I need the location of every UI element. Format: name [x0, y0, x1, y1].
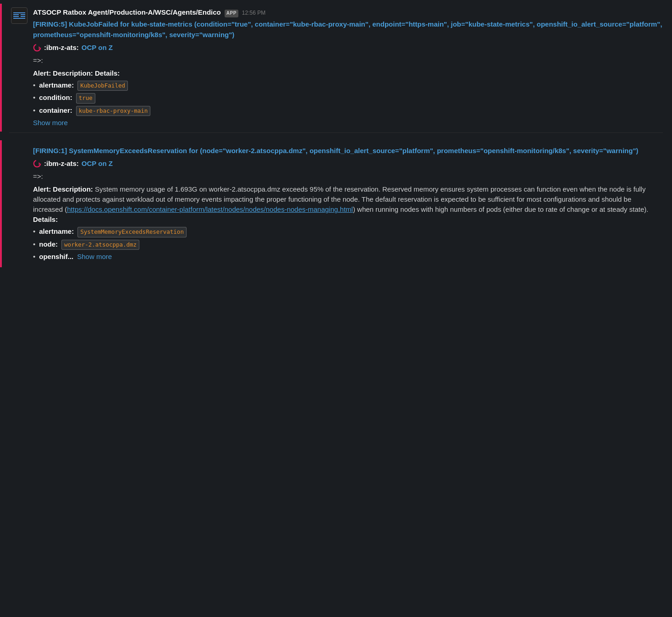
- timestamp: 12:56 PM: [242, 9, 265, 17]
- ocp-label-2[interactable]: OCP on Z: [82, 159, 113, 169]
- detail-key-container-1: container:: [39, 105, 72, 116]
- detail-key-alertname-2: alertname:: [39, 226, 74, 237]
- message-content-2: [FIRING:1] SystemMemoryExceedsReservatio…: [33, 144, 663, 264]
- alert-label-2: Alert:: [33, 185, 51, 193]
- avatar: [11, 7, 28, 24]
- detail-item-alertname-1: • alertname: KubeJobFailed: [33, 80, 663, 91]
- arrow-2: =>:: [33, 171, 663, 182]
- ibm-z-row-1: :ibm-z-ats: OCP on Z: [33, 43, 663, 53]
- detail-val-alertname-2: SystemMemoryExceedsReservation: [77, 227, 187, 237]
- description-suffix-2: ) when running nodes with high numbers o…: [353, 205, 649, 213]
- refresh-icon-2: [33, 160, 41, 168]
- svg-rect-6: [13, 18, 25, 19]
- ibm-z-row-2: :ibm-z-ats: OCP on Z: [33, 159, 663, 169]
- message-header-1: ATSOCP Ratbox Agent/Production-A/WSC/Age…: [33, 7, 663, 17]
- detail-key-openshif-2: openshif...: [39, 252, 73, 262]
- message-block-1: ATSOCP Ratbox Agent/Production-A/WSC/Age…: [0, 4, 672, 132]
- show-more-button-1[interactable]: Show more: [33, 119, 68, 127]
- description-label-1: Description:: [53, 69, 93, 77]
- detail-key-alertname-1: alertname:: [39, 80, 74, 90]
- detail-items-2: • alertname: SystemMemoryExceedsReservat…: [33, 226, 663, 262]
- description-label-2: Description:: [53, 185, 93, 193]
- description-link-2[interactable]: https://docs.openshift.com/container-pla…: [67, 205, 353, 213]
- detail-val-container-1: kube-rbac-proxy-main: [76, 106, 151, 116]
- detail-item-node-2: • node: worker-2.atsocppa.dmz: [33, 239, 663, 250]
- detail-key-node-2: node:: [39, 239, 58, 249]
- alert-body-2: [FIRING:1] SystemMemoryExceedsReservatio…: [33, 146, 663, 262]
- svg-rect-3: [21, 14, 25, 15]
- detail-items-1: • alertname: KubeJobFailed • condition: …: [33, 80, 663, 116]
- ibm-label-2: :ibm-z-ats:: [44, 159, 79, 169]
- arrow-1: =>:: [33, 55, 663, 66]
- alert-label-1: Alert:: [33, 69, 51, 77]
- detail-item-container-1: • container: kube-rbac-proxy-main: [33, 105, 663, 116]
- details-label-1: Details:: [95, 69, 120, 77]
- detail-item-alertname-2: • alertname: SystemMemoryExceedsReservat…: [33, 226, 663, 237]
- ibm-label-1: :ibm-z-ats:: [44, 43, 79, 53]
- show-more-button-2[interactable]: Show more: [77, 252, 112, 262]
- details-label-2: Details:: [33, 215, 58, 223]
- alert-title-1[interactable]: [FIRING:5] KubeJobFailed for kube-state-…: [33, 19, 663, 40]
- alert-body-1: [FIRING:5] KubeJobFailed for kube-state-…: [33, 19, 663, 128]
- detail-val-alertname-1: KubeJobFailed: [77, 81, 128, 91]
- message-container: ATSOCP Ratbox Agent/Production-A/WSC/Age…: [0, 0, 672, 272]
- ocp-label-1[interactable]: OCP on Z: [82, 43, 113, 53]
- svg-rect-5: [21, 16, 25, 17]
- svg-rect-2: [13, 14, 19, 15]
- alert-details-header-1: Alert: Description: Details:: [33, 68, 663, 78]
- avatar-spacer-2: [11, 144, 28, 264]
- app-badge: APP: [225, 10, 238, 17]
- refresh-icon-1: [33, 44, 41, 52]
- svg-rect-4: [13, 16, 19, 17]
- detail-val-condition-1: true: [76, 93, 95, 103]
- alert-title-2[interactable]: [FIRING:1] SystemMemoryExceedsReservatio…: [33, 146, 663, 156]
- svg-rect-1: [13, 12, 25, 13]
- detail-val-node-2: worker-2.atsocppa.dmz: [61, 240, 139, 250]
- separator: [9, 132, 663, 133]
- message-content-1: ATSOCP Ratbox Agent/Production-A/WSC/Age…: [33, 7, 663, 128]
- detail-item-condition-1: • condition: true: [33, 93, 663, 103]
- show-more-container-1[interactable]: Show more: [33, 118, 663, 128]
- detail-item-openshif-2: • openshif... Show more: [33, 252, 663, 262]
- detail-key-condition-1: condition:: [39, 93, 72, 103]
- ibm-logo-icon: [12, 11, 26, 20]
- message-block-2: [FIRING:1] SystemMemoryExceedsReservatio…: [0, 140, 672, 267]
- sender-name: ATSOCP Ratbox Agent/Production-A/WSC/Age…: [33, 7, 221, 17]
- alert-section-labels-2: Alert: Description: System memory usage …: [33, 184, 663, 225]
